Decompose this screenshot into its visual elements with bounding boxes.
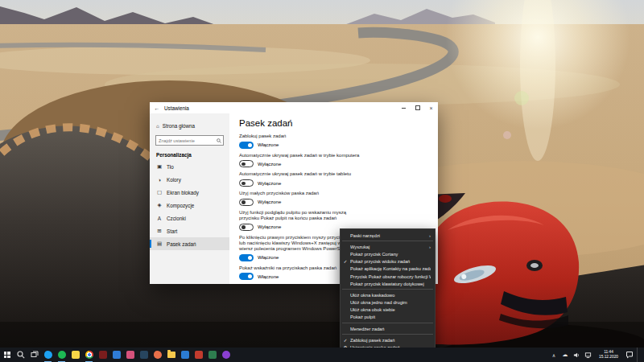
toggle-switch[interactable] (239, 179, 254, 187)
setting-label: Zablokuj pasek zadań (239, 134, 361, 139)
sidebar-item-icon: ▤ (156, 241, 163, 247)
menu-item-check: ✓ (341, 259, 350, 264)
pinned-app-app-navy[interactable] (137, 348, 151, 362)
toggle-switch[interactable] (239, 273, 254, 280)
sidebar-item-icon: A (156, 216, 163, 221)
clock-date: 15.12.2020 (595, 355, 622, 360)
twitter-icon (44, 351, 52, 359)
start-button[interactable] (0, 348, 14, 362)
pinned-app-sticky-notes[interactable] (68, 348, 82, 362)
context-menu-item[interactable]: Menedżer zadań (341, 325, 435, 332)
pinned-app-app-red[interactable] (192, 348, 205, 362)
menu-item-label: Ułóż okna kaskadowo (350, 293, 431, 298)
sidebar-item-label: Kolory (167, 177, 181, 183)
sidebar-item-home[interactable]: ⌂ Strona główna (150, 120, 229, 131)
app-red-icon (195, 351, 203, 359)
setting-label: Automatycznie ukrywaj pasek zadań w tryb… (239, 171, 361, 177)
context-menu-item[interactable]: Przycisk Pokaż obszar roboczy funkcji Wi… (341, 273, 435, 280)
volume-icon[interactable] (572, 352, 580, 359)
menu-item-label: Pokaż przycisk Cortany (350, 252, 431, 257)
toggle-switch[interactable] (239, 224, 254, 231)
sidebar-item-ekran-blokady[interactable]: ▢ Ekran blokady (150, 186, 229, 199)
minimize-button[interactable] (397, 102, 411, 113)
pinned-app-file-explorer[interactable] (164, 348, 178, 362)
system-tray: ∧ ☁ 11:44 15.12.2020 (550, 348, 644, 362)
sidebar-section-label: Personalizacja (156, 152, 229, 158)
action-center-icon (625, 351, 634, 359)
action-center-button[interactable] (625, 351, 634, 359)
toggle-state-label: Włączone (258, 274, 279, 279)
taskbar: ∧ ☁ 11:44 15.12.2020 (0, 348, 644, 362)
setting-label: Użyj funkcji podglądu pulpitu po wskazan… (239, 210, 361, 221)
sidebar-item-kolory[interactable]: ◑ Kolory (150, 173, 229, 186)
pinned-app-app-orange[interactable] (151, 348, 164, 362)
toggle-switch[interactable] (239, 142, 254, 149)
context-menu-item[interactable]: Ułóż okna kaskadowo (341, 291, 435, 298)
sidebar-item-label: Czcionki (167, 216, 186, 221)
menu-item-label: Przycisk Pokaż obszar roboczy funkcji Wi… (350, 274, 431, 279)
menu-item-label: Pokaż przycisk widoku zadań (350, 259, 431, 264)
context-menu-item[interactable]: Pokaż aplikację Kontakty na pasku zadań (341, 265, 435, 273)
sidebar-item-czcionki[interactable]: A Czcionki (150, 212, 229, 224)
sidebar-item-icon: ◑ (156, 177, 163, 183)
titlebar: ← Ustawienia × (150, 102, 438, 113)
pinned-app-twitter[interactable] (41, 348, 55, 362)
pinned-app-chrome[interactable] (82, 348, 96, 362)
task-view-icon (31, 351, 39, 359)
toggle-switch[interactable] (239, 254, 254, 261)
context-menu-item[interactable]: Paski narzędzi › (341, 232, 435, 239)
onedrive-icon[interactable]: ☁ (561, 352, 569, 358)
setting-row: Zablokuj pasek zadań Włączone (239, 134, 361, 149)
show-desktop-button[interactable] (637, 348, 640, 362)
pinned-app-app-purple[interactable] (219, 348, 233, 362)
context-menu: Paski narzędzi › Wyszukaj › Pokaż przyci… (340, 228, 436, 355)
toggle-state-label: Wyłączone (258, 200, 281, 204)
taskbar-search-button[interactable] (14, 348, 27, 362)
menu-separator (342, 323, 433, 323)
sidebar-item-label: Start (167, 228, 177, 234)
close-button[interactable]: × (424, 102, 438, 113)
context-menu-item[interactable]: Wyszukaj › (341, 243, 435, 250)
toggle-state-label: Włączone (258, 142, 279, 147)
pinned-app-mail[interactable] (178, 348, 192, 362)
back-button[interactable]: ← (150, 105, 164, 111)
submenu-arrow-icon: › (429, 233, 431, 238)
setting-row: Automatycznie ukrywaj pasek zadań w tryb… (239, 171, 361, 187)
context-menu-item[interactable]: Pokaż pulpit (341, 314, 435, 321)
sidebar-item-icon: ▣ (156, 163, 163, 170)
settings-search-input[interactable] (156, 138, 217, 143)
toggle-switch[interactable] (239, 160, 254, 167)
window-title: Ustawienia (164, 105, 189, 111)
sidebar-item-pasek-zadań[interactable]: ▤ Pasek zadań (150, 237, 229, 250)
context-menu-item[interactable]: ✓ Zablokuj pasek zadań (341, 336, 435, 343)
sidebar-item-start[interactable]: ⊞ Start (150, 224, 229, 237)
sidebar-item-tło[interactable]: ▣ Tło (150, 160, 229, 173)
pinned-app-app-maroon[interactable] (96, 348, 109, 362)
task-view-button[interactable] (27, 348, 41, 362)
menu-item-label: Pokaż aplikację Kontakty na pasku zadań (350, 266, 431, 271)
context-menu-item[interactable]: Ułóż okna jedno nad drugim (341, 299, 435, 306)
toggle-switch[interactable] (239, 199, 254, 206)
context-menu-item[interactable]: ✓ Pokaż przycisk widoku zadań (341, 258, 435, 265)
tray-chevron-up-icon[interactable]: ∧ (550, 352, 558, 358)
network-icon[interactable] (584, 352, 592, 359)
menu-item-label: Menedżer zadań (350, 327, 431, 331)
photos-icon (113, 351, 121, 359)
mail-icon (181, 351, 189, 359)
pinned-app-app-pink[interactable] (123, 348, 137, 362)
sidebar-item-kompozycje[interactable]: ◈ Kompozycje (150, 199, 229, 212)
menu-item-label: Ułóż okna obok siebie (350, 307, 431, 312)
app-navy-icon (140, 351, 148, 359)
pinned-app-excel[interactable] (205, 348, 219, 362)
settings-search-box (155, 135, 224, 146)
maximize-button[interactable] (411, 102, 424, 113)
toggle-state-label: Włączone (258, 255, 279, 260)
chrome-icon (85, 351, 93, 359)
context-menu-item[interactable]: Ułóż okna obok siebie (341, 306, 435, 314)
context-menu-item[interactable]: Pokaż przycisk klawiatury dotykowej (341, 280, 435, 287)
context-menu-item[interactable]: Pokaż przycisk Cortany (341, 250, 435, 257)
pinned-app-photos[interactable] (109, 348, 123, 362)
menu-item-label: Ułóż okna jedno nad drugim (350, 300, 431, 305)
clock[interactable]: 11:44 15.12.2020 (595, 350, 622, 359)
pinned-app-spotify[interactable] (55, 348, 68, 362)
